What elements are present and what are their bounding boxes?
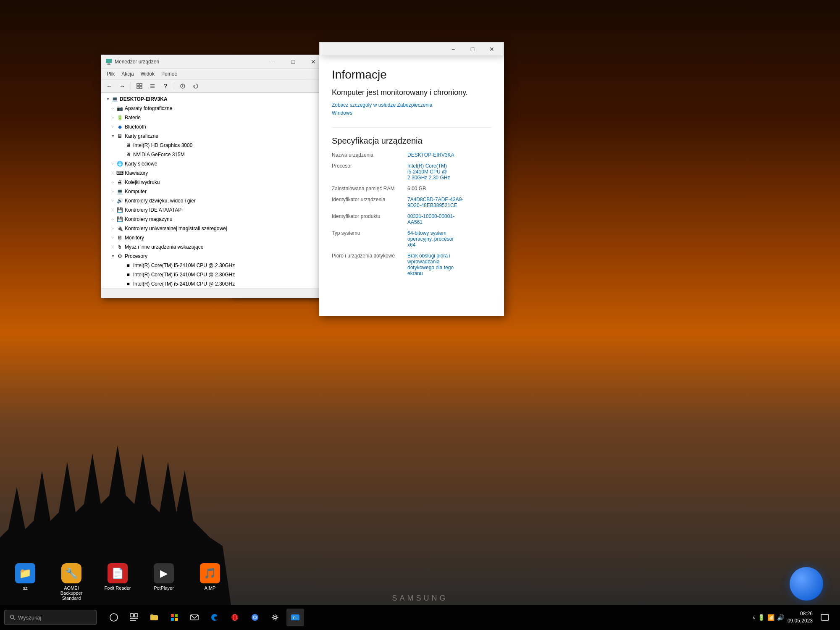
expand-usb[interactable]: ›: [110, 225, 116, 232]
sysinfo-protection-link1[interactable]: Zobacz szczegóły w usłudze Zabezpieczeni…: [332, 102, 432, 108]
icon-gpu: 🖥: [116, 133, 123, 139]
tray-chevron[interactable]: ∧: [752, 615, 755, 620]
tree-intel-gpu[interactable]: › 🖥 Intel(R) HD Graphics 3000: [103, 141, 326, 150]
toolbar-help[interactable]: ?: [160, 81, 171, 92]
tree-cpu-0[interactable]: › ■ Intel(R) Core(TM) i5-2410M CPU @ 2.3…: [103, 261, 326, 270]
tree-cpu-2[interactable]: › ■ Intel(R) Core(TM) i5-2410M CPU @ 2.3…: [103, 279, 326, 289]
taskbar-language[interactable]: PL: [286, 609, 304, 626]
tree-label-root: DESKTOP-EIRV3KA: [120, 96, 168, 102]
sysinfo-protection-title: Komputer jest monitorowany i chroniony.: [332, 88, 491, 97]
taskbar-chrome[interactable]: [246, 609, 264, 626]
tree-battery[interactable]: › 🔋 Baterie: [103, 113, 326, 122]
menu-plik[interactable]: Plik: [103, 70, 118, 78]
svg-rect-3: [137, 84, 139, 86]
tree-monitors[interactable]: › 🖥 Monitory: [103, 233, 326, 242]
menu-akcja[interactable]: Akcja: [118, 70, 137, 78]
svg-point-31: [274, 616, 276, 619]
tray-volume-icon: 🔊: [777, 614, 784, 621]
expand-audio[interactable]: ›: [110, 197, 116, 204]
tree-cpu[interactable]: ▼ ⚙ Procesory: [103, 252, 326, 261]
tree-label-nvidia-gpu: NVIDIA GeForce 315M: [133, 152, 185, 158]
toolbar-separator-1: [131, 82, 131, 90]
expand-root[interactable]: ▼: [105, 96, 111, 102]
expand-ide[interactable]: ›: [110, 207, 116, 213]
sysinfo-maximize-button[interactable]: □: [463, 42, 482, 56]
desktop-icon-foxit[interactable]: 📄 Foxit Reader: [101, 563, 134, 601]
expand-monitors[interactable]: ›: [110, 234, 116, 241]
desktop-icon-aomei[interactable]: 🔧 AOMEI Backupper Standard: [55, 563, 88, 601]
tree-label-mouse: Mysz i inne urządzenia wskazujące: [125, 244, 203, 250]
clock-date: 09.05.2023: [788, 617, 813, 625]
tree-bluetooth[interactable]: › ◆ Bluetooth: [103, 122, 326, 131]
toolbar-forward[interactable]: →: [116, 81, 128, 92]
expand-cpu[interactable]: ▼: [110, 253, 116, 260]
expand-gpu[interactable]: ▼: [110, 133, 116, 139]
sysinfo-value-devid: 7A4D8CBD-7ADE-43A9-9D20-48EB389521CE: [407, 197, 491, 208]
taskbar-store[interactable]: [165, 609, 183, 626]
tree-print[interactable]: › 🖨 Kolejki wydruku: [103, 178, 326, 187]
expand-keyboard[interactable]: ›: [110, 170, 116, 176]
icon-usb: 🔌: [116, 225, 123, 232]
expand-network[interactable]: ›: [110, 160, 116, 167]
taskbar-explorer[interactable]: [145, 609, 163, 626]
taskbar-settings[interactable]: [266, 609, 284, 626]
expand-intel-gpu: ›: [118, 142, 125, 149]
tree-root[interactable]: ▼ 💻 DESKTOP-EIRV3KA: [103, 94, 326, 104]
tree-gpu[interactable]: ▼ 🖥 Karty graficzne: [103, 131, 326, 141]
tree-audio[interactable]: › 🔊 Kontrolery dźwięku, wideo i gier: [103, 196, 326, 205]
expand-print[interactable]: ›: [110, 179, 116, 186]
taskbar-mail[interactable]: [186, 609, 203, 626]
menu-pomoc[interactable]: Pomoc: [158, 70, 180, 78]
toolbar-update[interactable]: [190, 81, 202, 92]
tree-computer[interactable]: › 💻 Komputer: [103, 187, 326, 196]
sysinfo-minimize-button[interactable]: −: [444, 42, 463, 56]
tree-nvidia-gpu[interactable]: › 🖥 NVIDIA GeForce 315M: [103, 150, 326, 159]
toolbar-properties[interactable]: [177, 81, 189, 92]
expand-bluetooth[interactable]: ›: [110, 123, 116, 130]
expand-computer[interactable]: ›: [110, 188, 116, 195]
svg-point-16: [110, 614, 118, 621]
sysinfo-protection-link2[interactable]: Windows: [332, 110, 352, 116]
expand-cameras[interactable]: ›: [110, 105, 116, 112]
expand-mouse[interactable]: ›: [110, 244, 116, 250]
taskbar-task-view[interactable]: [125, 609, 143, 626]
taskbar-notification-center[interactable]: [816, 609, 834, 626]
sysinfo-close-button[interactable]: ✕: [482, 42, 501, 56]
svg-rect-18: [134, 614, 138, 617]
expand-storage[interactable]: ›: [110, 216, 116, 223]
device-manager-tree[interactable]: ▼ 💻 DESKTOP-EIRV3KA › 📷 Aparaty fotograf…: [101, 93, 327, 289]
expand-battery[interactable]: ›: [110, 114, 116, 121]
svg-rect-2: [107, 64, 110, 65]
tree-network[interactable]: › 🌐 Karty sieciowe: [103, 159, 326, 168]
icon-cpu-2: ■: [125, 281, 131, 287]
tree-cpu-1[interactable]: › ■ Intel(R) Core(TM) i5-2410M CPU @ 2.3…: [103, 270, 326, 279]
store-icon: [170, 613, 179, 622]
tree-usb[interactable]: › 🔌 Kontrolery uniwersalnej magistrali s…: [103, 224, 326, 233]
sysinfo-spec-title: Specyfikacja urządzenia: [332, 127, 491, 146]
taskbar-search-box[interactable]: Wyszukaj: [4, 610, 97, 625]
desktop-icon-aimp[interactable]: 🎵 AIMP: [193, 563, 227, 601]
desktop-icon-potplayer[interactable]: ▶ PotPlayer: [147, 563, 181, 601]
sysinfo-link-area: Zobacz szczegóły w usłudze Zabezpieczeni…: [332, 101, 491, 117]
icon-cameras: 📷: [116, 105, 123, 112]
tree-ide[interactable]: › 💾 Kontrolery IDE ATA/ATAPi: [103, 205, 326, 215]
toolbar-list[interactable]: [147, 81, 158, 92]
icon-nvidia-gpu: 🖥: [125, 151, 131, 158]
tree-cameras[interactable]: › 📷 Aparaty fotograficzne: [103, 104, 326, 113]
taskbar-opera[interactable]: [226, 609, 244, 626]
tree-mouse[interactable]: › 🖱 Mysz i inne urządzenia wskazujące: [103, 242, 326, 252]
taskbar-edge[interactable]: [206, 609, 223, 626]
taskbar-start-circle[interactable]: [105, 609, 123, 626]
tray-battery-icon: 🔋: [758, 614, 765, 621]
toolbar-grid[interactable]: [134, 81, 145, 92]
menu-widok[interactable]: Widok: [137, 70, 158, 78]
toolbar-back[interactable]: ←: [103, 81, 115, 92]
svg-rect-34: [821, 614, 829, 620]
taskbar-time-display[interactable]: 08:26 09.05.2023: [788, 610, 813, 625]
desktop-icon-sz[interactable]: 📁 sz: [8, 563, 42, 601]
tree-keyboard[interactable]: › ⌨ Klawiatury: [103, 168, 326, 178]
maximize-button[interactable]: □: [284, 55, 303, 68]
minimize-button[interactable]: −: [263, 55, 283, 68]
icon-network: 🌐: [116, 160, 123, 167]
tree-storage[interactable]: › 💾 Kontrolery magazynu: [103, 215, 326, 224]
